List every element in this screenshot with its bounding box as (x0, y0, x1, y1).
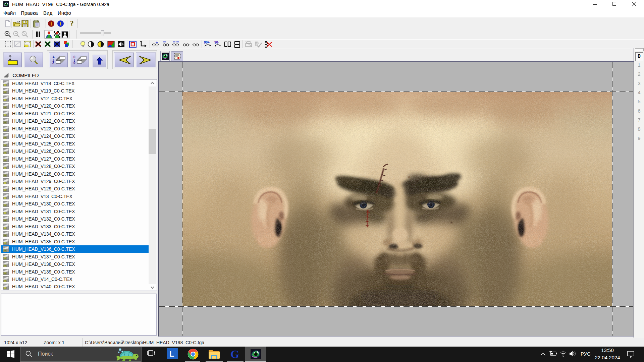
svg-text:i: i (60, 21, 61, 26)
svg-text:90-: 90- (214, 41, 219, 44)
svg-text:A: A (52, 55, 55, 59)
svg-text:Z: Z (52, 61, 54, 65)
svg-text:90+: 90+ (204, 41, 210, 44)
svg-text:G: G (230, 348, 239, 360)
svg-text:0: 0 (73, 55, 75, 59)
svg-text:i: i (50, 21, 52, 26)
svg-text:?: ? (70, 20, 73, 27)
svg-text:9: 9 (73, 61, 75, 65)
